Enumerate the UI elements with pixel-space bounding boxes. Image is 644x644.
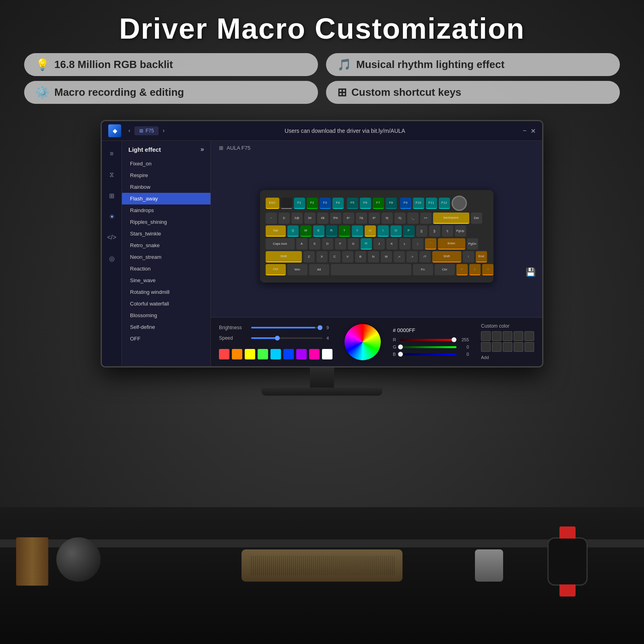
key-pgdn[interactable]: PgDn (467, 238, 478, 250)
key-rbracket[interactable]: ]} (429, 225, 440, 237)
key-quote[interactable]: ' (425, 238, 436, 250)
key-f8[interactable]: F8 (386, 198, 397, 209)
sidebar-icon-target[interactable]: ◎ (105, 252, 118, 265)
key-h[interactable]: H (361, 238, 372, 250)
key-f6[interactable]: F6 (360, 198, 371, 209)
nav-back[interactable]: ‹ (126, 126, 133, 135)
effect-fixed-on[interactable]: Fixed_on (122, 158, 211, 169)
effect-neon-stream[interactable]: Neon_stream (122, 251, 211, 263)
key-u[interactable]: U (365, 225, 376, 237)
effect-rainbow[interactable]: Rainbow (122, 181, 211, 193)
key-shift-r[interactable]: Shift (432, 251, 461, 262)
custom-cell-2[interactable] (503, 331, 512, 341)
key-f7[interactable]: F7 (373, 198, 384, 209)
key-1[interactable]: 1! (279, 213, 290, 224)
key-c[interactable]: C (329, 251, 341, 262)
custom-cell-8[interactable] (514, 342, 523, 352)
speed-track[interactable] (251, 337, 322, 339)
key-w[interactable]: W (300, 225, 312, 237)
key-slash[interactable]: /? (419, 251, 431, 262)
swatch-6[interactable] (296, 349, 307, 359)
key-q[interactable]: Q (287, 225, 299, 237)
rgb-g-bar[interactable] (400, 346, 456, 348)
effect-sine-wave[interactable]: Sine_wave (122, 275, 211, 286)
key-x[interactable]: X (316, 251, 328, 262)
key-g[interactable]: G (348, 238, 359, 250)
sidebar-icon-grid[interactable]: ⊞ (105, 189, 118, 202)
key-down[interactable]: ↓ (469, 264, 481, 275)
key-minus[interactable]: -_ (407, 213, 419, 224)
effect-retro-snake[interactable]: Retro_snake (122, 239, 211, 251)
key-f4[interactable]: F4 (332, 198, 344, 209)
key-f5[interactable]: F5 (347, 198, 358, 209)
swatch-7[interactable] (309, 349, 320, 359)
key-p[interactable]: P (403, 225, 415, 237)
custom-cell-9[interactable] (524, 342, 534, 352)
key-backslash[interactable]: \| (442, 225, 453, 237)
key-8[interactable]: 8* (369, 213, 380, 224)
key-win[interactable]: Win (287, 264, 308, 275)
key-alt-l[interactable]: Alt (309, 264, 329, 275)
swatch-5[interactable] (283, 349, 294, 359)
key-f1[interactable]: F1 (294, 198, 305, 209)
key-f11[interactable]: F11 (426, 198, 437, 209)
key-space[interactable] (331, 264, 411, 275)
key-period[interactable]: .> (407, 251, 418, 262)
key-f12[interactable]: F12 (439, 198, 450, 209)
sidebar-icon-code[interactable]: </> (105, 231, 118, 244)
key-lbracket[interactable]: [{ (416, 225, 427, 237)
effect-stars-twinkle[interactable]: Stars_twinkle (122, 228, 211, 239)
key-j[interactable]: J (374, 238, 385, 250)
key-l[interactable]: L (399, 238, 411, 250)
effect-respire[interactable]: Respire (122, 169, 211, 181)
sidebar-icon-adjust[interactable]: ⧖ (105, 168, 118, 181)
nav-forward[interactable]: › (160, 126, 167, 135)
swatch-3[interactable] (258, 349, 268, 359)
save-button[interactable]: 💾 (526, 267, 536, 277)
key-d[interactable]: D (322, 238, 333, 250)
custom-cell-7[interactable] (503, 342, 512, 352)
key-knob[interactable] (452, 196, 467, 211)
key-caps[interactable]: Caps lock (266, 238, 295, 250)
sidebar-icon-light[interactable]: ☀ (105, 210, 118, 223)
key-backtick[interactable]: ~ (266, 213, 277, 224)
key-tab[interactable]: Tab (266, 225, 286, 237)
add-custom-color-button[interactable]: Add (481, 354, 489, 361)
key-comma[interactable]: ,< (394, 251, 405, 262)
key-r[interactable]: R (326, 225, 337, 237)
key-up[interactable]: ↑ (463, 251, 474, 262)
key-semicolon[interactable]: ;: (412, 238, 423, 250)
key-a[interactable]: A (296, 238, 308, 250)
key-0[interactable]: 0) (394, 213, 406, 224)
effect-reaction[interactable]: Reaction (122, 263, 211, 275)
key-n[interactable]: N (368, 251, 379, 262)
brightness-thumb[interactable] (318, 325, 322, 330)
custom-cell-0[interactable] (481, 331, 491, 341)
key-i[interactable]: I (378, 225, 389, 237)
key-f9[interactable]: F9 (400, 198, 411, 209)
effect-ripples-shining[interactable]: Ripples_shining (122, 216, 211, 228)
key-t[interactable]: T (339, 225, 350, 237)
key-3[interactable]: 3# (304, 213, 316, 224)
custom-cell-6[interactable] (492, 342, 502, 352)
rgb-r-bar[interactable] (400, 339, 456, 341)
key-7[interactable]: 7& (356, 213, 367, 224)
rgb-r-thumb[interactable] (452, 337, 456, 342)
custom-cell-3[interactable] (514, 331, 523, 341)
effect-flash-away[interactable]: Flash_away (122, 193, 211, 204)
color-wheel[interactable] (345, 324, 381, 360)
key-pgup[interactable]: PgUp (455, 225, 466, 237)
key-esc[interactable]: ESC (266, 198, 279, 209)
effect-blossoming[interactable]: Blossoming (122, 310, 211, 321)
brightness-track[interactable] (251, 327, 322, 328)
swatch-1[interactable] (232, 349, 242, 359)
key-ctrl-l[interactable]: Ctrl (266, 264, 286, 275)
key-4[interactable]: 4$ (317, 213, 328, 224)
key-m[interactable]: M (381, 251, 392, 262)
key-equals[interactable]: =+ (420, 213, 431, 224)
rgb-b-bar[interactable] (400, 353, 456, 355)
key-left[interactable]: ← (456, 264, 468, 275)
key-z[interactable]: Z (303, 251, 315, 262)
key-end[interactable]: End (476, 251, 487, 262)
key-y[interactable]: Y (352, 225, 363, 237)
